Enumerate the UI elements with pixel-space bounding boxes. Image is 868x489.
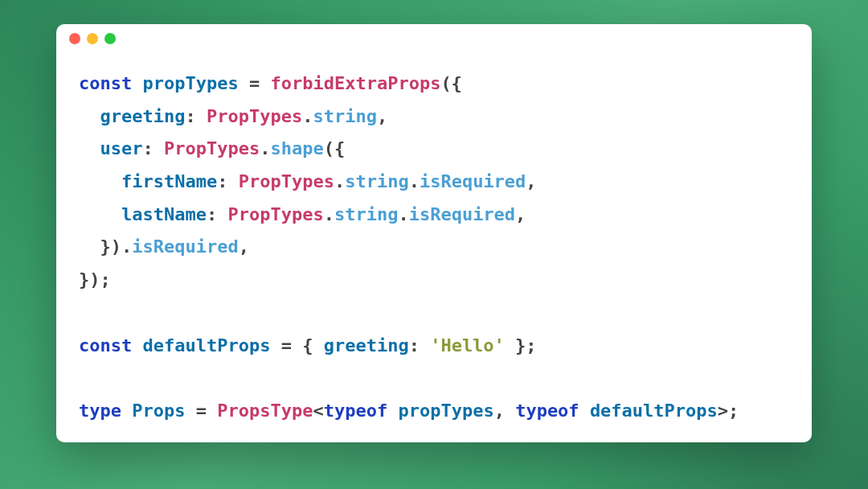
- punct: =: [239, 73, 271, 93]
- keyword: const: [79, 335, 132, 355]
- keyword: type: [79, 401, 121, 421]
- code-line: greeting: PropTypes.string,: [79, 106, 387, 126]
- code-line: user: PropTypes.shape({: [79, 138, 345, 158]
- member: string: [334, 204, 398, 224]
- identifier: defaultProps: [590, 401, 718, 421]
- string-literal: 'Hello': [430, 335, 505, 355]
- keyword: typeof: [324, 401, 387, 421]
- member: string: [345, 171, 408, 191]
- member: isRequired: [409, 204, 515, 224]
- identifier: Props: [132, 401, 185, 421]
- identifier: defaultProps: [142, 335, 270, 355]
- function-name: forbidExtraProps: [270, 73, 440, 93]
- property-key: greeting: [324, 335, 409, 355]
- property-key: greeting: [100, 106, 186, 126]
- code-line: lastName: PropTypes.string.isRequired,: [79, 204, 526, 224]
- property-key: lastName: [121, 204, 207, 224]
- keyword: typeof: [515, 401, 579, 421]
- member: shape: [270, 138, 323, 158]
- code-line: }).isRequired,: [79, 236, 249, 257]
- type-name: PropTypes: [239, 171, 334, 191]
- identifier: propTypes: [142, 73, 238, 93]
- code-window: const propTypes = forbidExtraProps({ gre…: [56, 24, 812, 442]
- keyword: const: [79, 73, 132, 93]
- minimize-icon[interactable]: [87, 33, 98, 44]
- member: isRequired: [420, 171, 526, 191]
- code-line: type Props = PropsType<typeof propTypes,…: [79, 401, 739, 421]
- type-name: PropsType: [217, 401, 313, 421]
- type-name: PropTypes: [164, 138, 260, 158]
- punct: ({: [440, 73, 462, 93]
- member: isRequired: [132, 236, 238, 257]
- property-key: user: [100, 138, 143, 158]
- type-name: PropTypes: [227, 204, 323, 224]
- code-line: firstName: PropTypes.string.isRequired,: [79, 171, 537, 191]
- close-icon[interactable]: [69, 33, 80, 44]
- code-editor: const propTypes = forbidExtraProps({ gre…: [56, 53, 812, 442]
- code-line: });: [79, 269, 111, 290]
- window-titlebar: [56, 24, 812, 53]
- maximize-icon[interactable]: [104, 33, 116, 44]
- code-line: const defaultProps = { greeting: 'Hello'…: [79, 335, 537, 355]
- identifier: propTypes: [398, 401, 493, 421]
- member: string: [313, 106, 376, 126]
- type-name: PropTypes: [207, 106, 302, 126]
- property-key: firstName: [121, 171, 217, 191]
- code-line: const propTypes = forbidExtraProps({: [79, 73, 462, 93]
